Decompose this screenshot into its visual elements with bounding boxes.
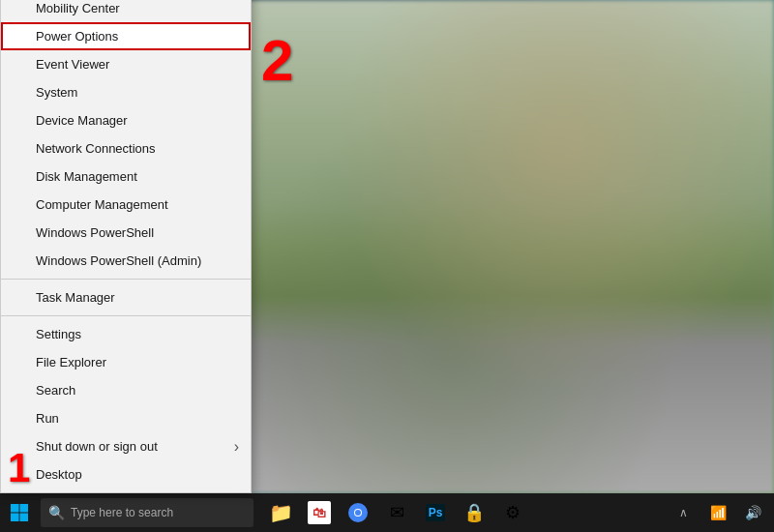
menu-item-device-manager[interactable]: Device Manager [1, 106, 251, 134]
taskbar-pinned-apps: 📁 🛍 ✉ Ps 🔒 ⚙ [263, 495, 530, 530]
menu-separator-2 [1, 315, 251, 316]
taskbar-search[interactable]: 🔍 Type here to search [41, 498, 253, 527]
taskbar-settings[interactable]: ⚙ [495, 495, 530, 530]
menu-item-search[interactable]: Search [1, 376, 251, 404]
menu-item-run[interactable]: Run [1, 404, 251, 432]
svg-rect-1 [20, 504, 29, 513]
menu-item-power-options[interactable]: Power Options [1, 22, 251, 50]
search-icon: 🔍 [48, 505, 65, 520]
taskbar-mail[interactable]: ✉ [379, 495, 414, 530]
annotation-number-2: 2 [261, 27, 293, 94]
menu-item-mobility-center[interactable]: Mobility Center [1, 0, 251, 22]
volume-icon[interactable]: 🔊 [739, 499, 766, 526]
menu-item-settings[interactable]: Settings [1, 320, 251, 348]
svg-rect-2 [11, 514, 19, 522]
taskbar-system-tray: ∧ 📶 🔊 [670, 499, 774, 526]
svg-rect-3 [20, 514, 29, 522]
menu-item-network-connections[interactable]: Network Connections [1, 134, 251, 163]
context-menu: Apps Apps and Features Mobility Center P… [0, 0, 252, 493]
taskbar-photoshop[interactable]: Ps [418, 495, 453, 530]
start-button[interactable] [0, 493, 39, 532]
menu-item-windows-powershell[interactable]: Windows PowerShell [1, 219, 251, 247]
system-tray-icons[interactable]: ∧ [670, 499, 697, 526]
taskbar-store[interactable]: 🛍 [302, 495, 337, 530]
menu-item-computer-management[interactable]: Computer Management [1, 191, 251, 219]
windows-logo-icon [10, 503, 29, 522]
svg-point-6 [355, 510, 361, 516]
menu-separator-1 [1, 279, 251, 280]
search-placeholder: Type here to search [71, 506, 173, 519]
network-icon[interactable]: 📶 [704, 499, 731, 526]
menu-item-windows-powershell-admin[interactable]: Windows PowerShell (Admin) [1, 247, 251, 275]
desktop-wallpaper [242, 0, 774, 493]
taskbar-file-explorer[interactable]: 📁 [263, 495, 298, 530]
menu-item-event-viewer[interactable]: Event Viewer [1, 50, 251, 78]
taskbar: 🔍 Type here to search 📁 🛍 ✉ Ps 🔒 ⚙ [0, 493, 774, 532]
annotation-number-1: 1 [8, 445, 30, 491]
menu-item-file-explorer[interactable]: File Explorer [1, 348, 251, 376]
menu-item-task-manager[interactable]: Task Manager [1, 283, 251, 311]
menu-item-system[interactable]: System [1, 78, 251, 106]
menu-item-desktop[interactable]: Desktop [1, 460, 251, 488]
chrome-icon [347, 502, 369, 523]
taskbar-chrome[interactable] [341, 495, 375, 530]
svg-rect-0 [11, 504, 19, 513]
menu-item-shut-down[interactable]: Shut down or sign out [1, 432, 251, 460]
taskbar-norton[interactable]: 🔒 [457, 495, 491, 530]
menu-item-disk-management[interactable]: Disk Management [1, 163, 251, 191]
